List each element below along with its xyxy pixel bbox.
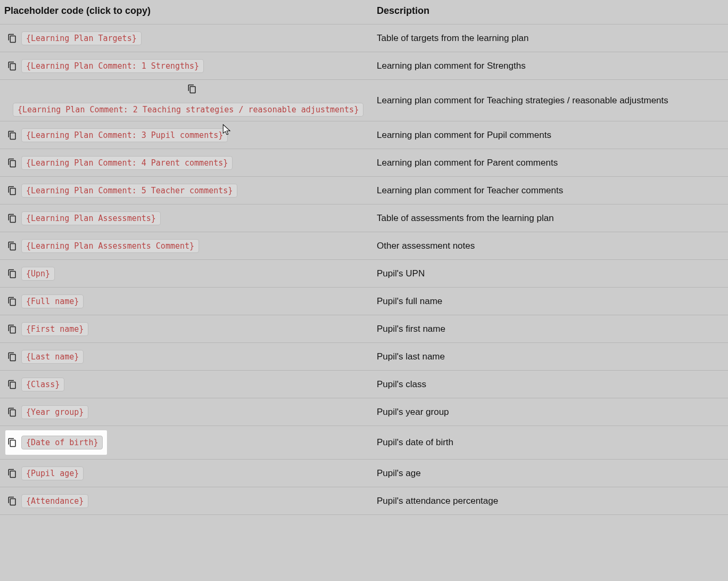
- placeholder-code[interactable]: {Learning Plan Assessments}: [21, 211, 161, 225]
- description-cell: Pupil's UPN: [377, 267, 728, 280]
- copy-icon[interactable]: [7, 352, 17, 362]
- copy-icon[interactable]: [7, 380, 17, 389]
- placeholder-code[interactable]: {Attendance}: [21, 494, 88, 508]
- copy-icon[interactable]: [7, 34, 17, 43]
- code-cell: {Class}: [7, 378, 377, 391]
- placeholder-code[interactable]: {Learning Plan Comment: 5 Teacher commen…: [21, 184, 237, 198]
- code-cell: {Pupil age}: [7, 467, 377, 480]
- table-row: {Learning Plan Comment: 2 Teaching strat…: [0, 80, 728, 121]
- copy-icon[interactable]: [7, 61, 17, 71]
- copy-icon[interactable]: [7, 438, 17, 447]
- code-cell: {First name}: [7, 322, 377, 336]
- copy-icon[interactable]: [7, 241, 17, 251]
- description-cell: Pupil's year group: [377, 406, 728, 419]
- table-row: {Class}Pupil's class: [0, 371, 728, 398]
- description-cell: Pupil's class: [377, 378, 728, 391]
- table-row: {Attendance}Pupil's attendance percentag…: [0, 487, 728, 515]
- copy-icon[interactable]: [7, 324, 17, 334]
- placeholder-code[interactable]: {Pupil age}: [21, 467, 84, 480]
- code-cell: {Attendance}: [7, 494, 377, 508]
- copy-icon[interactable]: [7, 269, 17, 279]
- table-row: {Learning Plan Comment: 1 Strengths}Lear…: [0, 52, 728, 80]
- copy-icon[interactable]: [7, 297, 17, 306]
- header-code: Placeholder code (click to copy): [4, 5, 377, 17]
- copy-icon[interactable]: [7, 158, 17, 168]
- code-cell: {Learning Plan Comment: 4 Parent comment…: [7, 156, 377, 170]
- placeholder-code[interactable]: {Date of birth}: [21, 436, 103, 449]
- description-cell: Learning plan comment for Teaching strat…: [377, 94, 728, 107]
- code-cell: {Learning Plan Comment: 5 Teacher commen…: [7, 184, 377, 198]
- description-cell: Pupil's attendance percentage: [377, 495, 728, 508]
- placeholder-code[interactable]: {Full name}: [21, 294, 84, 308]
- description-cell: Other assessment notes: [377, 240, 728, 252]
- placeholder-table: Placeholder code (click to copy) Descrip…: [0, 0, 728, 515]
- description-cell: Learning plan comment for Parent comment…: [377, 157, 728, 169]
- code-cell: {Learning Plan Comment: 3 Pupil comments…: [7, 128, 377, 142]
- description-cell: Learning plan comment for Strengths: [377, 60, 728, 72]
- code-cell: {Last name}: [7, 350, 377, 364]
- placeholder-code[interactable]: {Class}: [21, 378, 64, 391]
- code-cell: {Upn}: [7, 267, 377, 281]
- placeholder-code[interactable]: {Learning Plan Comment: 3 Pupil comments…: [21, 128, 228, 142]
- code-cell: {Full name}: [7, 294, 377, 308]
- placeholder-code[interactable]: {Learning Plan Comment: 2 Teaching strat…: [13, 103, 363, 117]
- table-row: {Learning Plan Comment: 4 Parent comment…: [0, 149, 728, 177]
- copy-icon[interactable]: [7, 186, 17, 195]
- placeholder-code[interactable]: {Learning Plan Comment: 1 Strengths}: [21, 59, 204, 73]
- table-row: {Learning Plan Comment: 5 Teacher commen…: [0, 177, 728, 204]
- table-row: {Year group}Pupil's year group: [0, 398, 728, 426]
- placeholder-code[interactable]: {Learning Plan Targets}: [21, 31, 142, 45]
- table-row: {Pupil age}Pupil's age: [0, 460, 728, 487]
- copy-icon[interactable]: [7, 496, 17, 506]
- placeholder-code[interactable]: {Last name}: [21, 350, 84, 364]
- description-cell: Learning plan comment for Pupil comments: [377, 129, 728, 142]
- description-cell: Pupil's age: [377, 467, 728, 480]
- code-cell: {Learning Plan Assessments Comment}: [7, 239, 377, 253]
- code-cell: {Learning Plan Comment: 1 Strengths}: [7, 59, 377, 73]
- description-cell: Table of assessments from the learning p…: [377, 212, 728, 225]
- code-cell: {Date of birth}: [7, 430, 377, 455]
- copy-icon[interactable]: [7, 214, 17, 223]
- description-cell: Pupil's last name: [377, 350, 728, 363]
- table-row: {Full name}Pupil's full name: [0, 288, 728, 315]
- placeholder-code[interactable]: {Learning Plan Assessments Comment}: [21, 239, 199, 253]
- table-row: {Learning Plan Assessments}Table of asse…: [0, 204, 728, 232]
- table-row: {Learning Plan Targets}Table of targets …: [0, 24, 728, 52]
- description-cell: Pupil's full name: [377, 295, 728, 308]
- code-cell: {Year group}: [7, 405, 377, 419]
- table-row: {Date of birth}Pupil's date of birth: [0, 426, 728, 460]
- table-row: {Learning Plan Assessments Comment}Other…: [0, 232, 728, 260]
- table-header: Placeholder code (click to copy) Descrip…: [0, 0, 728, 24]
- table-row: {Learning Plan Comment: 3 Pupil comments…: [0, 121, 728, 149]
- header-description: Description: [377, 5, 728, 17]
- table-row: {Upn}Pupil's UPN: [0, 260, 728, 288]
- placeholder-code[interactable]: {First name}: [21, 322, 88, 336]
- description-cell: Table of targets from the learning plan: [377, 32, 728, 45]
- description-cell: Pupil's date of birth: [377, 436, 728, 449]
- copy-icon[interactable]: [7, 407, 17, 417]
- code-cell: {Learning Plan Targets}: [7, 31, 377, 45]
- placeholder-code[interactable]: {Upn}: [21, 267, 55, 281]
- table-row: {First name}Pupil's first name: [0, 315, 728, 343]
- code-cell: {Learning Plan Comment: 2 Teaching strat…: [7, 84, 377, 117]
- description-cell: Pupil's first name: [377, 323, 728, 335]
- copy-icon[interactable]: [7, 469, 17, 478]
- description-cell: Learning plan comment for Teacher commen…: [377, 184, 728, 197]
- code-cell: {Learning Plan Assessments}: [7, 211, 377, 225]
- copy-icon[interactable]: [7, 130, 17, 140]
- copy-icon[interactable]: [187, 84, 197, 94]
- placeholder-code[interactable]: {Year group}: [21, 405, 88, 419]
- table-row: {Last name}Pupil's last name: [0, 343, 728, 371]
- placeholder-code[interactable]: {Learning Plan Comment: 4 Parent comment…: [21, 156, 233, 170]
